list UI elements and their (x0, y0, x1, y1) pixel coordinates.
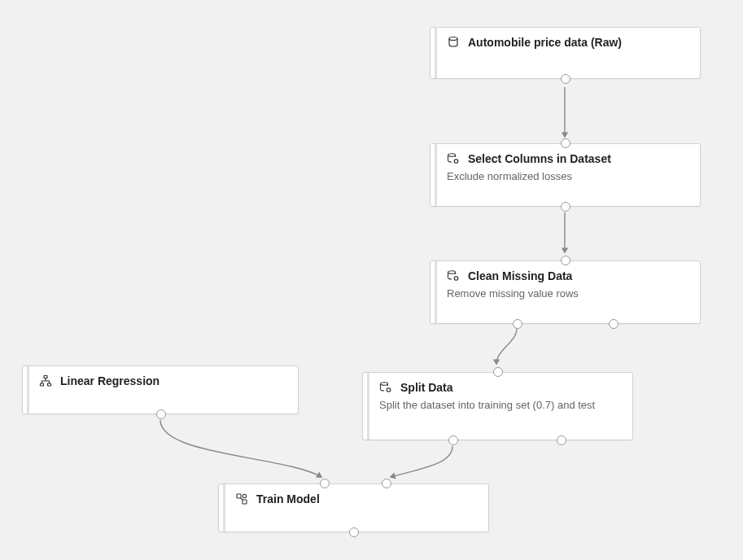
svg-point-3 (448, 271, 456, 274)
node-subtitle: Exclude normalized losses (447, 170, 688, 182)
node-clean-missing[interactable]: Clean Missing Data Remove missing value … (430, 260, 701, 324)
node-select-columns[interactable]: Select Columns in Dataset Exclude normal… (430, 143, 701, 207)
node-train-model[interactable]: Train Model (218, 483, 489, 532)
node-title: Split Data (400, 381, 453, 394)
svg-point-1 (448, 154, 456, 157)
output-port[interactable] (156, 409, 166, 419)
input-port[interactable] (561, 256, 570, 265)
svg-point-12 (243, 494, 246, 497)
node-title: Clean Missing Data (468, 269, 572, 282)
node-split-data[interactable]: Split Data Split the dataset into traini… (362, 372, 633, 440)
svg-rect-8 (41, 383, 44, 386)
output-port[interactable] (349, 527, 359, 537)
node-title: Automobile price data (Raw) (468, 36, 622, 49)
output-port[interactable] (561, 202, 570, 212)
input-port[interactable] (493, 367, 503, 377)
input-port[interactable] (561, 138, 570, 148)
model-icon (235, 492, 248, 505)
svg-rect-10 (237, 494, 241, 498)
input-port-1[interactable] (320, 479, 330, 488)
node-title: Select Columns in Dataset (468, 152, 611, 165)
output-port-2[interactable] (609, 319, 618, 329)
svg-point-5 (381, 383, 388, 386)
node-subtitle: Split the dataset into training set (0.7… (379, 399, 621, 411)
database-gear-icon (447, 152, 460, 165)
database-icon (447, 36, 460, 49)
output-port-2[interactable] (557, 435, 566, 445)
svg-rect-11 (243, 500, 247, 504)
output-port-1[interactable] (448, 435, 458, 445)
svg-rect-9 (48, 383, 51, 386)
input-port-2[interactable] (382, 479, 391, 488)
pipeline-canvas[interactable]: Automobile price data (Raw) Select Colum… (0, 0, 743, 560)
output-port-1[interactable] (513, 319, 522, 329)
database-gear-icon (447, 269, 460, 282)
svg-point-0 (449, 37, 457, 41)
node-subtitle: Remove missing value rows (447, 287, 688, 300)
node-linear-regression[interactable]: Linear Regression (22, 365, 299, 414)
node-dataset[interactable]: Automobile price data (Raw) (430, 27, 701, 79)
node-title: Linear Regression (60, 374, 160, 387)
svg-rect-7 (44, 376, 47, 378)
database-gear-icon (379, 381, 392, 394)
flow-icon (39, 374, 52, 387)
node-title: Train Model (256, 492, 320, 505)
output-port[interactable] (561, 74, 570, 84)
